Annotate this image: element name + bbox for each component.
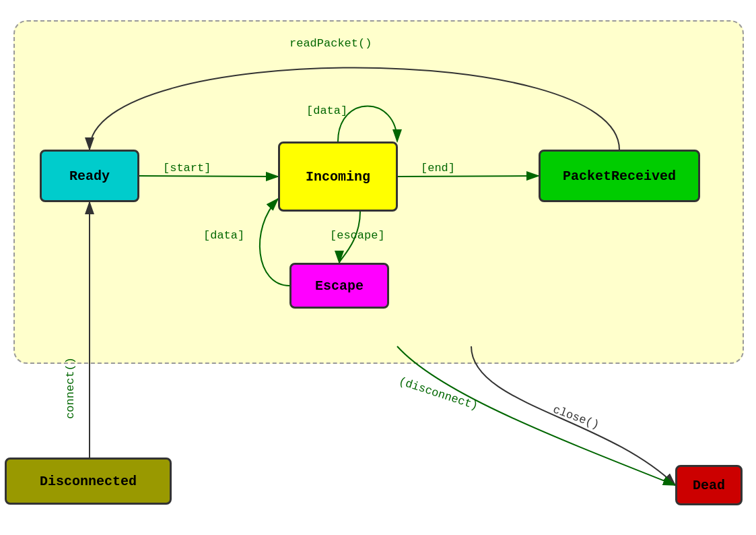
state-packetreceived: PacketReceived (539, 150, 700, 202)
state-dead: Dead (675, 465, 743, 505)
state-ready: Ready (40, 150, 139, 202)
state-ready-label: Ready (69, 168, 110, 184)
label-disconnect: (disconnect) (397, 375, 479, 413)
state-packetreceived-label: PacketReceived (563, 168, 676, 184)
state-disconnected: Disconnected (5, 458, 172, 505)
label-start: [start] (163, 162, 211, 175)
label-data-bottom: [data] (203, 229, 244, 242)
state-incoming-label: Incoming (306, 169, 370, 185)
state-escape: Escape (289, 263, 389, 309)
state-escape-label: Escape (315, 278, 364, 294)
label-escape: [escape] (330, 229, 385, 242)
diagram-container: Ready Incoming PacketReceived Escape Dis… (0, 0, 756, 535)
state-disconnected-label: Disconnected (40, 474, 137, 489)
label-end: [end] (421, 162, 455, 175)
label-close: close() (551, 403, 601, 431)
label-readpacket: readPacket() (289, 37, 372, 50)
state-incoming: Incoming (278, 141, 398, 212)
label-connect: connect() (64, 357, 77, 419)
label-data-top: [data] (306, 104, 347, 117)
state-dead-label: Dead (693, 478, 725, 493)
